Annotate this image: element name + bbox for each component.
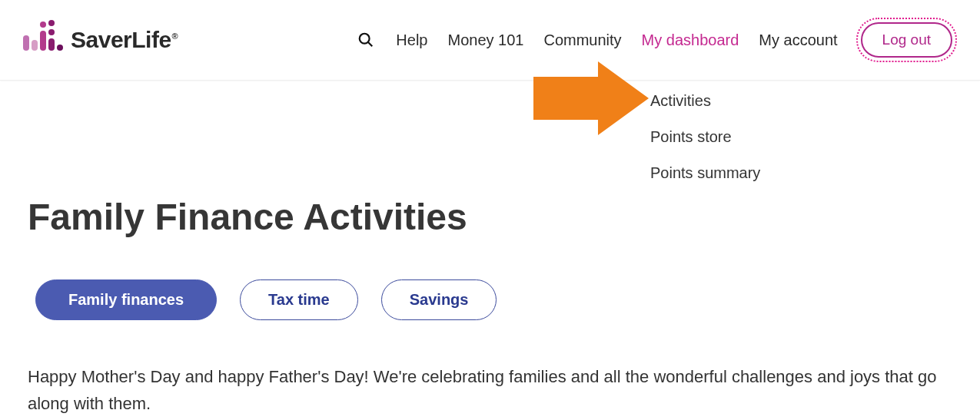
page-title: Family Finance Activities	[28, 196, 952, 238]
callout-arrow-icon	[533, 61, 649, 138]
svg-marker-2	[533, 61, 649, 135]
nav-my-dashboard[interactable]: My dashboard	[642, 31, 739, 49]
search-icon[interactable]	[356, 30, 376, 50]
intro-paragraph: Happy Mother's Day and happy Father's Da…	[28, 363, 942, 417]
tab-tax-time[interactable]: Tax time	[240, 279, 358, 320]
submenu-activities[interactable]: Activities	[650, 83, 760, 119]
site-header: SaverLife® Help Money 101 Community My d…	[0, 0, 980, 81]
brand-logo[interactable]: SaverLife®	[23, 25, 178, 55]
brand-logo-text: SaverLife®	[71, 27, 178, 53]
svg-line-1	[368, 42, 372, 46]
logout-button[interactable]: Log out	[861, 22, 952, 58]
tab-family-finances[interactable]: Family finances	[35, 279, 217, 320]
submenu-points-summary[interactable]: Points summary	[650, 155, 760, 191]
main-content: Family Finance Activities Family finance…	[0, 81, 980, 417]
activity-tabs: Family finances Tax time Savings	[35, 279, 952, 320]
tab-savings[interactable]: Savings	[381, 279, 497, 320]
svg-point-0	[360, 34, 370, 44]
submenu-points-store[interactable]: Points store	[650, 119, 760, 155]
logout-highlight: Log out	[856, 18, 957, 62]
nav-my-account[interactable]: My account	[759, 31, 837, 49]
brand-logo-mark	[23, 25, 66, 55]
nav-help[interactable]: Help	[396, 31, 427, 49]
primary-nav: Help Money 101 Community My dashboard My…	[356, 30, 837, 50]
nav-money-101[interactable]: Money 101	[447, 31, 523, 49]
nav-community[interactable]: Community	[543, 31, 621, 49]
dashboard-submenu: Activities Points store Points summary	[650, 83, 760, 191]
